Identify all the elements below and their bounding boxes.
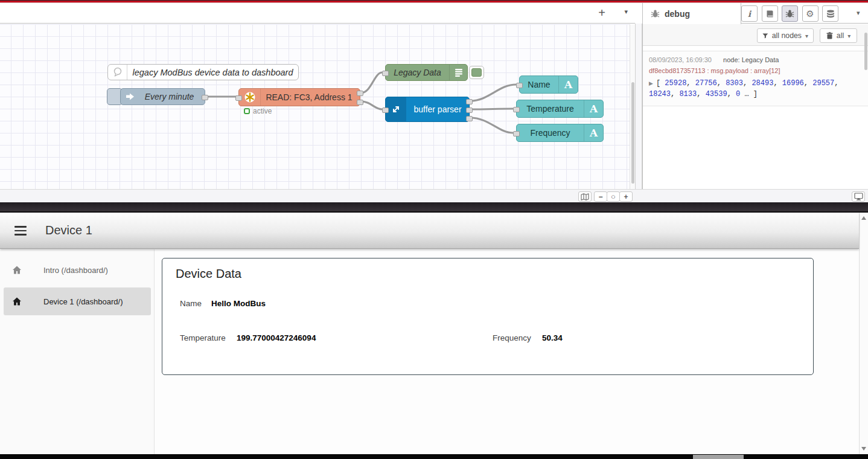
tab-debug[interactable]: debug xyxy=(643,3,741,24)
parser-output-port-1[interactable] xyxy=(466,99,473,104)
zoom-in-button[interactable]: + xyxy=(619,191,633,202)
dashboard-title: Device 1 xyxy=(45,223,92,237)
tab-debug-label: debug xyxy=(665,9,690,19)
inject-icon xyxy=(121,92,139,101)
parser-icon xyxy=(386,97,406,121)
field-value: 50.34 xyxy=(542,333,563,342)
modbus-icon xyxy=(239,89,261,106)
ui-text-node-frequency[interactable]: Frequency A xyxy=(516,124,604,142)
canvas-scrollbar[interactable] xyxy=(630,24,635,189)
text-icon: A xyxy=(558,76,578,93)
zoom-reset-button[interactable]: ○ xyxy=(607,191,620,202)
parser-output-port-3[interactable] xyxy=(466,116,473,121)
debug-node[interactable]: Legacy Data xyxy=(385,64,468,81)
comment-label: legacy ModBus device data to dashboard xyxy=(127,68,298,77)
modbus-output-port-2[interactable] xyxy=(357,100,363,105)
scroll-up-icon[interactable] xyxy=(861,216,866,220)
debug-clear-label: all xyxy=(837,31,844,40)
inject-output-port[interactable] xyxy=(202,95,208,100)
ui-text-node-name[interactable]: Name A xyxy=(519,75,578,94)
debug-input-port[interactable] xyxy=(382,71,389,76)
sidebar-scrollbar[interactable] xyxy=(864,24,868,189)
add-flow-button[interactable]: + xyxy=(594,5,610,21)
ui-text-label: Temperature xyxy=(517,104,584,114)
navigator-button[interactable] xyxy=(578,191,592,202)
ui-text-label: Name xyxy=(520,80,558,89)
menu-item-device1[interactable]: Device 1 (/dashboard/) xyxy=(4,287,151,315)
flow-canvas[interactable]: legacy ModBus device data to dashboard E… xyxy=(0,24,630,189)
parser-output-port-2[interactable] xyxy=(466,108,473,113)
menu-icon[interactable] xyxy=(14,226,27,236)
flow-list-caret-icon[interactable]: ▾ xyxy=(624,8,628,16)
debug-message[interactable]: 08/09/2023, 16:09:30 node: Legacy Data d… xyxy=(643,51,868,106)
sidebar-tab-info[interactable]: i xyxy=(741,5,758,22)
scroll-down-icon[interactable] xyxy=(861,447,866,451)
field-value: 199.77000427246094 xyxy=(237,333,316,342)
sidebar-tab-help[interactable] xyxy=(762,5,778,22)
menu-item-label: Intro (/dashboard/) xyxy=(43,266,108,275)
ui-input-port[interactable] xyxy=(513,107,520,112)
modbus-input-port[interactable] xyxy=(235,95,242,101)
status-text: active xyxy=(253,107,272,115)
taskbar-edge xyxy=(0,454,868,459)
debug-sidebar-icon xyxy=(449,65,467,80)
buffer-parser-node[interactable]: buffer parser xyxy=(385,97,470,122)
comment-node[interactable]: legacy ModBus device data to dashboard xyxy=(107,64,299,80)
comment-icon xyxy=(108,65,127,80)
canvas-scrollbar-thumb[interactable] xyxy=(631,82,634,184)
sidebar-tab-debug-btn[interactable] xyxy=(782,5,798,22)
debug-sidebar: debug i ⚙ ▾ all nodes ▾ xyxy=(642,3,868,189)
debug-filter-button[interactable]: all nodes ▾ xyxy=(757,28,814,43)
ui-input-port[interactable] xyxy=(516,83,523,88)
debug-enable-toggle[interactable] xyxy=(469,66,484,79)
debug-msg-node: node: Legacy Data xyxy=(723,56,779,63)
menu-item-label: Device 1 (/dashboard/) xyxy=(43,297,123,306)
modbus-output-port-1[interactable] xyxy=(357,91,363,96)
dashboard: Device 1 Intro (/dashboard/) Device 1 (/… xyxy=(0,213,868,454)
debug-clear-button[interactable]: all ▾ xyxy=(820,28,857,43)
sidebar-tabbar: debug i ⚙ ▾ xyxy=(643,3,868,24)
inject-node[interactable]: Every minute xyxy=(120,88,205,105)
sidebar-tab-config[interactable]: ⚙ xyxy=(802,5,819,22)
dashboard-scrollbar[interactable] xyxy=(859,213,868,454)
field-label: Name xyxy=(180,299,202,308)
expand-caret-icon[interactable]: ▶ xyxy=(649,80,653,86)
chevron-down-icon: ▾ xyxy=(847,33,850,39)
map-icon xyxy=(581,193,589,201)
debug-payload[interactable]: ▶[ 25928, 27756, 8303, 28493, 16996, 295… xyxy=(649,78,863,100)
flow-tabbar: + ▾ xyxy=(0,3,635,24)
debug-filter-label: all nodes xyxy=(772,31,802,40)
ui-text-node-temperature[interactable]: Temperature A xyxy=(516,100,604,118)
debug-msg-meta: df8ecbd817357113 : msg.payload : array[1… xyxy=(649,67,863,74)
field-label: Temperature xyxy=(180,333,226,342)
field-value: Hello ModBus xyxy=(211,299,266,308)
sidebar-tab-context[interactable] xyxy=(822,5,838,22)
home-icon xyxy=(12,297,22,306)
sidebar-scrollbar-thumb[interactable] xyxy=(864,33,867,70)
open-debug-window-button[interactable] xyxy=(852,191,865,202)
debug-node-label: Legacy Data xyxy=(386,68,449,77)
sidebar-splitter[interactable] xyxy=(635,24,642,189)
inject-label: Every minute xyxy=(139,92,205,101)
modbus-read-label: READ: FC3, Address 1 xyxy=(261,92,360,102)
database-icon xyxy=(826,10,835,18)
trash-icon xyxy=(826,32,833,39)
node-status: active xyxy=(244,108,272,115)
modbus-read-node[interactable]: READ: FC3, Address 1 xyxy=(238,88,360,106)
ui-text-label: Frequency xyxy=(517,128,584,138)
taskbar-segment xyxy=(693,455,744,459)
debug-payload-content: [ 25928, 27756, 8303, 28493, 16996, 2955… xyxy=(649,79,838,98)
sidebar-more-caret-icon[interactable]: ▾ xyxy=(857,9,860,17)
field-label: Frequency xyxy=(493,333,531,342)
ui-input-port[interactable] xyxy=(513,131,520,136)
menu-item-intro[interactable]: Intro (/dashboard/) xyxy=(4,256,151,284)
device-data-card: Device Data Name Hello ModBus Temperatur… xyxy=(162,258,814,375)
book-icon xyxy=(765,10,774,18)
parser-input-port[interactable] xyxy=(382,108,389,113)
debug-msg-timestamp: 08/09/2023, 16:09:30 xyxy=(649,56,712,63)
zoom-out-button[interactable]: − xyxy=(594,191,607,202)
card-title: Device Data xyxy=(176,267,241,281)
bug-icon xyxy=(651,9,660,18)
status-dot-icon xyxy=(244,108,250,114)
screen: + ▾ legacy ModBus device data to dashboa… xyxy=(0,0,868,459)
